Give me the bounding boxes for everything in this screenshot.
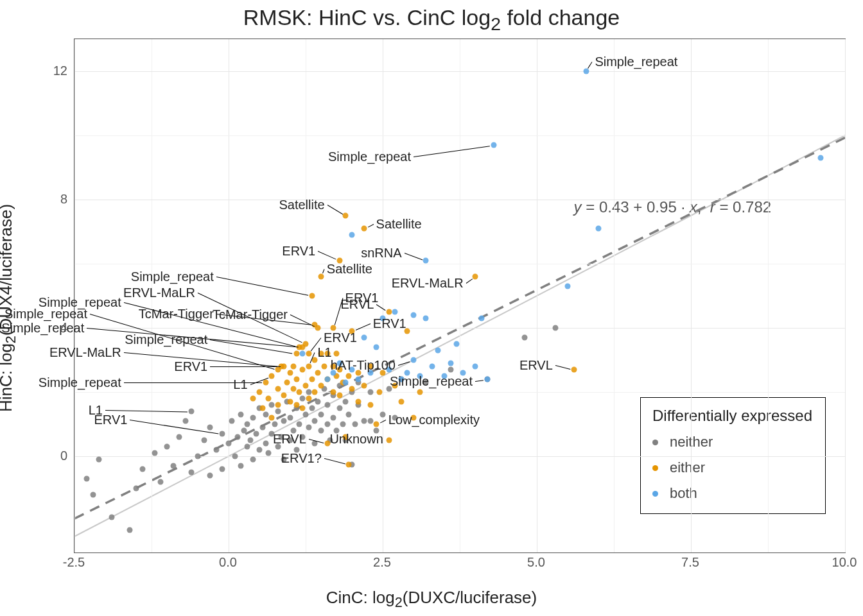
annotation-leader [216,277,308,296]
data-point [152,450,157,456]
gridline-h-minor [74,392,845,393]
data-point [189,409,195,415]
data-point [263,412,268,418]
legend-label: either [670,459,705,476]
legend-item: either [652,459,812,476]
data-point [473,364,478,370]
annotation-label: L1 [315,345,331,359]
data-point [213,447,219,453]
data-point [288,370,293,376]
data-point [349,232,355,238]
data-point [297,422,302,427]
legend-title: Differentially expressed [652,407,812,425]
data-point [241,428,247,434]
x-tick-label: 7.5 [681,555,699,570]
data-point [127,527,133,533]
annotation-label: ERV1 [321,330,357,345]
annotation-leader [250,377,268,384]
gridline-h-minor [74,135,845,136]
data-point [478,316,484,321]
annotation-leader [327,205,342,214]
data-point [362,226,367,232]
data-point [374,422,379,427]
data-point [340,380,345,386]
annotation-label: ERV1 [282,244,318,259]
data-point [355,377,361,382]
data-point [429,364,435,370]
legend-swatch [652,440,658,445]
data-point [306,351,311,357]
gridline-h [74,328,845,329]
data-point [392,309,398,315]
data-point [269,415,275,421]
x-axis-label: CinC: log2(DUXC/luciferase) [0,588,863,611]
data-point [334,373,340,379]
data-point [362,383,367,389]
annotation-label: ERV1 [174,359,210,374]
gridline-v [229,39,229,552]
annotation-label: Simple_repeat [4,306,90,321]
legend-swatch [652,465,658,471]
data-point [448,367,453,373]
data-point [352,422,358,427]
data-point [312,322,318,328]
data-point [293,351,299,357]
data-point [386,309,392,315]
data-point [257,406,263,411]
annotation-leader [414,146,490,157]
data-point [318,412,324,418]
gridline-h-minor [74,264,845,264]
annotation-label: ERV1 [343,290,379,305]
gridline-v [845,39,846,552]
data-point [565,284,571,289]
data-point [435,348,441,354]
data-point [340,422,345,427]
data-point [247,438,253,443]
data-point [318,274,324,280]
data-point [355,399,361,405]
data-point [300,351,306,357]
data-point [306,425,311,431]
legend-label: both [670,485,697,502]
annotation-leader [324,458,345,464]
data-point [281,364,287,370]
annotation-leader [130,420,218,434]
data-point [411,357,417,363]
annotation-label: L1 [233,377,250,391]
annotation-label: ERV1 [370,316,406,330]
data-point [321,364,327,370]
data-point [259,406,265,411]
data-point [300,345,306,350]
data-point [346,412,352,418]
data-point [189,470,195,475]
data-point [250,396,256,402]
gridline-h [74,456,845,457]
data-point [293,402,299,408]
x-tick-label: 5.0 [527,555,545,570]
y-tick-label: 4 [48,320,67,335]
annotation-label: Simple_repeat [390,373,475,388]
x-tick-label: 10.0 [832,555,857,570]
data-point [309,377,315,382]
annotation-leader [309,439,324,443]
data-point [346,373,352,379]
data-point [448,361,453,366]
data-point [491,142,496,148]
data-point [336,383,342,389]
data-point [266,450,272,456]
data-point [362,418,367,424]
data-point [346,461,352,467]
data-point [315,370,321,376]
gridline-h [74,71,845,72]
data-point [238,463,244,469]
annotation-label: ERVL [273,431,309,446]
data-point [244,444,250,450]
data-point [343,380,349,386]
data-point [293,377,299,382]
annotation-leader [355,323,370,330]
annotation-label: Simple_repeat [125,332,210,346]
annotation-label: ERVL-MaLR [123,286,198,300]
data-point [290,364,296,370]
data-point [284,380,290,386]
data-point [281,393,287,398]
